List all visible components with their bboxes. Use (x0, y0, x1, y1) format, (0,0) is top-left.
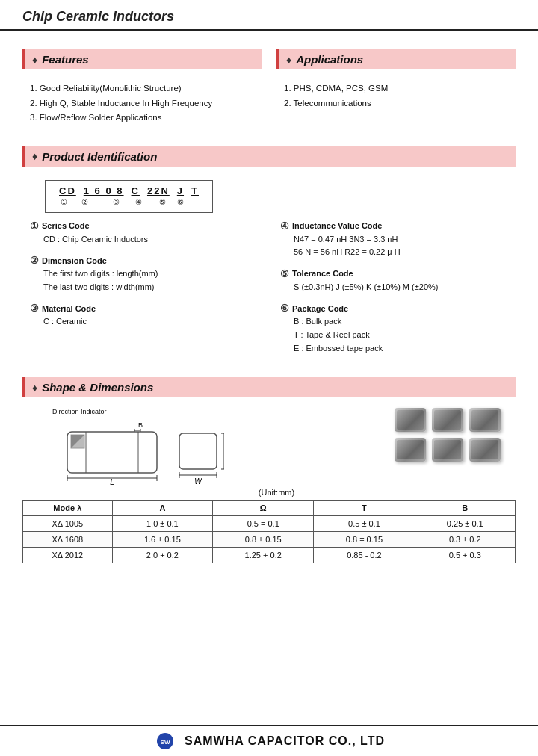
row2-b: 0.3 ± 0.2 (415, 532, 515, 548)
pn-sub-6: ⑥ (177, 198, 185, 206)
pid-dimension-detail: The first two digits : length(mm) The la… (30, 267, 265, 294)
chips-3d-area (239, 408, 508, 477)
row2-a: 1.6 ± 0.15 (112, 532, 212, 548)
page-footer: SW SAMWHA CAPACITOR CO., LTD (0, 725, 538, 756)
pn-tol: J (177, 185, 184, 196)
table-row: XΔ 1005 1.0 ± 0.1 0.5 = 0.1 0.5 ± 0.1 0.… (23, 516, 516, 532)
row1-t: 0.5 ± 0.1 (314, 516, 415, 532)
features-bullet: ♦ (32, 54, 37, 66)
pn-sub-1: ① (61, 198, 68, 206)
shape-title: Shape & Dimensions (42, 381, 153, 394)
applications-list: 1. PHS, CDMA, PCS, GSM 2. Telecommunicat… (276, 75, 516, 117)
pid-material-detail: C : Ceramic (30, 315, 265, 329)
product-id-title: Product Identification (42, 150, 157, 163)
shape-dimensions-section: ♦ Shape & Dimensions Direction Indicator… (22, 377, 516, 563)
pn-sub-5: ⑤ (159, 198, 167, 206)
table-row: XΔ 1608 1.6 ± 0.15 0.8 ± 0.15 0.8 = 0.15… (23, 532, 516, 548)
pid-dimension-label: ② Dimension Code (30, 255, 265, 266)
chip-3d-5 (432, 438, 463, 462)
row1-a: 1.0 ± 0.1 (112, 516, 212, 532)
features-header: ♦ Features (22, 49, 262, 69)
svg-rect-11 (179, 433, 217, 469)
features-column: ♦ Features 1. Good Reliability(Monolithi… (22, 49, 262, 131)
shape-bullet: ♦ (32, 382, 37, 394)
product-id-bullet: ♦ (32, 150, 37, 162)
row3-b: 0.5 + 0.3 (415, 548, 515, 563)
pid-package-label: ⑥ Package Code (280, 303, 516, 314)
applications-title: Applications (296, 53, 363, 66)
dimensions-table: Mode λ A Ω T B XΔ 1005 1.0 ± 0.1 0.5 = 0… (22, 500, 516, 563)
chip-top-view-svg: B L (30, 418, 224, 486)
pn-sub-2: ② (81, 198, 89, 206)
applications-header: ♦ Applications (276, 49, 516, 69)
table-header-b: B (415, 501, 515, 516)
product-id-right: ④ Inductance Value Code N47 = 0.47 nH 3N… (273, 220, 516, 365)
pn-dim: 1 6 0 8 (84, 185, 124, 196)
diagram-row: Direction Indicator B (22, 403, 516, 488)
table-header-t: T (314, 501, 415, 516)
pid-dimension-code: ② Dimension Code The first two digits : … (30, 255, 265, 294)
features-title: Features (42, 53, 89, 66)
applications-bullet: ♦ (286, 54, 291, 66)
pid-series-label: ① Series Code (30, 220, 265, 232)
row1-model: XΔ 1005 (23, 516, 113, 532)
pn-val: 22N (147, 185, 170, 196)
pid-inductance-detail: N47 = 0.47 nH 3N3 = 3.3 nH 56 N = 56 nH … (280, 233, 516, 259)
pid-package-code: ⑥ Package Code B : Bulk pack T : Tape & … (280, 303, 516, 355)
l-dim-label: L (110, 478, 114, 486)
pid-tolerance-label: ⑤ Tolerance Code (280, 268, 516, 279)
table-header-model: Mode λ (23, 501, 113, 516)
features-list: 1. Good Reliability(Monolithic Structure… (22, 75, 262, 131)
chips-3d-grid (395, 408, 501, 462)
chip-diagrams: Direction Indicator B (30, 408, 239, 488)
row3-omega: 1.25 + 0.2 (213, 548, 314, 563)
pid-inductance-code: ④ Inductance Value Code N47 = 0.47 nH 3N… (280, 220, 516, 259)
list-item: 1. Good Reliability(Monolithic Structure… (30, 81, 254, 96)
pid-package-detail: B : Bulk pack T : Tape & Reel pack E : E… (280, 315, 516, 355)
chip-3d-3 (469, 408, 501, 432)
w-dim-label: W (194, 477, 202, 486)
list-item: 2. High Q, Stable Inductance In High Fre… (30, 96, 254, 111)
list-item: 1. PHS, CDMA, PCS, GSM (284, 81, 508, 96)
product-id-content: ① Series Code CD : Chip Ceramic Inductor… (22, 220, 516, 365)
table-row: XΔ 2012 2.0 + 0.2 1.25 + 0.2 0.85 - 0.2 … (23, 548, 516, 563)
svg-text:SW: SW (161, 739, 170, 746)
product-id-left: ① Series Code CD : Chip Ceramic Inductor… (22, 220, 265, 365)
b-label: B (138, 421, 143, 429)
row3-t: 0.85 - 0.2 (314, 548, 415, 563)
row1-omega: 0.5 = 0.1 (213, 516, 314, 532)
product-identification-section: ♦ Product Identification CD 1 6 0 8 C 22… (22, 146, 516, 365)
company-logo-icon: SW (153, 732, 177, 750)
unit-note: (Unit:mm) (22, 488, 516, 497)
part-number-box: CD 1 6 0 8 C 22N J T ① ② ③ ④ ⑤ ⑥ (45, 180, 213, 213)
page-title: Chip Ceramic Inductors (22, 9, 174, 24)
top-sections: ♦ Features 1. Good Reliability(Monolithi… (22, 49, 516, 131)
pid-inductance-label: ④ Inductance Value Code (280, 220, 516, 232)
pid-material-code: ③ Material Code C : Ceramic (30, 303, 265, 329)
pid-material-label: ③ Material Code (30, 303, 265, 314)
row3-a: 2.0 + 0.2 (112, 548, 212, 563)
row2-t: 0.8 = 0.15 (314, 532, 415, 548)
chip-3d-4 (395, 438, 426, 462)
pid-series-code: ① Series Code CD : Chip Ceramic Inductor… (30, 220, 265, 247)
table-header-row: Mode λ A Ω T B (23, 501, 516, 516)
list-item: 3. Flow/Reflow Solder Applications (30, 111, 254, 126)
main-content: ♦ Features 1. Good Reliability(Monolithi… (0, 31, 538, 571)
pn-sub-4: ④ (135, 198, 143, 206)
row3-model: XΔ 2012 (23, 548, 113, 563)
pn-cd: CD (59, 185, 76, 196)
chip-3d-2 (432, 408, 463, 432)
pid-tolerance-code: ⑤ Tolerance Code S (±0.3nH) J (±5%) K (±… (280, 268, 516, 294)
applications-column: ♦ Applications 1. PHS, CDMA, PCS, GSM 2.… (276, 49, 516, 131)
pn-pkg: T (191, 185, 199, 196)
part-number-sub: ① ② ③ ④ ⑤ ⑥ (59, 198, 199, 206)
chip-3d-6 (469, 438, 501, 462)
shape-header: ♦ Shape & Dimensions (22, 377, 516, 397)
pn-sub-3: ③ (113, 198, 120, 206)
pn-mat: C (132, 185, 140, 196)
row1-b: 0.25 ± 0.1 (415, 516, 515, 532)
row2-omega: 0.8 ± 0.15 (213, 532, 314, 548)
table-header-omega: Ω (213, 501, 314, 516)
list-item: 2. Telecommunications (284, 96, 508, 111)
chip-3d-1 (395, 408, 426, 432)
